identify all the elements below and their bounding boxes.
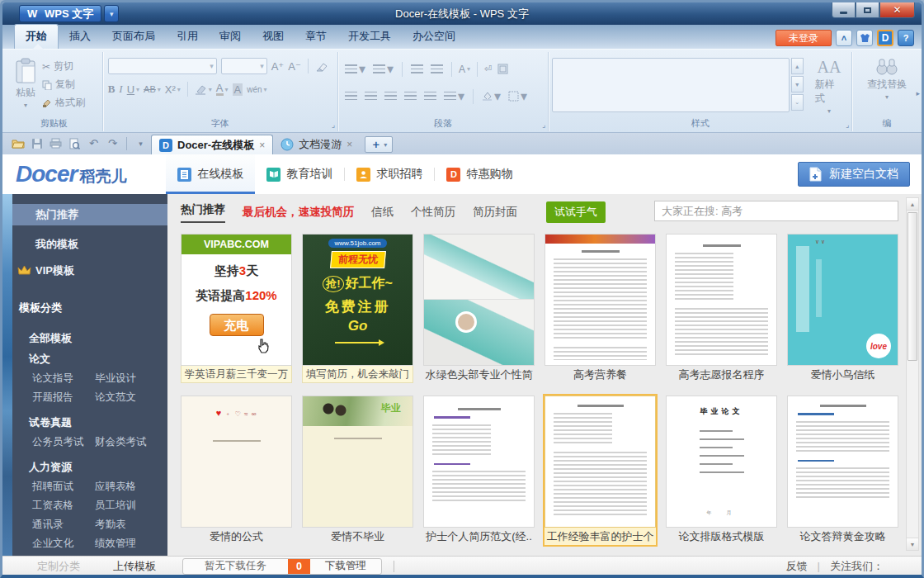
template-caption[interactable]: 护士个人简历范文(经..	[423, 528, 535, 545]
sidebar-item-hot[interactable]: 热门推荐	[12, 204, 167, 225]
sidebar-link-staff-training[interactable]: 员工培训	[95, 496, 158, 515]
sidebar-item-thesis[interactable]: 论文	[12, 348, 167, 369]
sidebar-item-all-templates[interactable]: 全部模板	[12, 328, 167, 348]
scrollbar-thumb[interactable]	[908, 212, 917, 361]
print-button[interactable]	[49, 136, 63, 150]
underline-button[interactable]: U▾	[127, 83, 139, 96]
distribute-button[interactable]	[422, 90, 438, 102]
shrink-font-button[interactable]: A⁻	[288, 60, 301, 73]
sidebar-link-finance-exam[interactable]: 财会类考试	[95, 433, 158, 452]
gallery-scroll-down-icon[interactable]: ▼	[791, 76, 804, 92]
template-card[interactable]: ᵛᵛ love 爱情小鸟信纸	[787, 234, 898, 383]
feedback-link[interactable]: 反馈	[786, 559, 808, 574]
custom-category-button[interactable]: 定制分类	[37, 559, 80, 574]
open-file-button[interactable]	[11, 136, 25, 150]
justify-button[interactable]	[403, 90, 418, 102]
sidebar-link-corporate-culture[interactable]: 企业文化	[32, 534, 95, 553]
template-thumbnail[interactable]	[787, 396, 898, 528]
paragraph-dialog-launcher-icon[interactable]: ⌟	[542, 121, 545, 129]
upload-template-button[interactable]: 上传模板	[113, 559, 156, 574]
nav-online-templates[interactable]: 在线模板	[166, 154, 255, 194]
template-thumbnail[interactable]: ᵛᵛ love	[787, 234, 898, 366]
collapse-ribbon-icon[interactable]: ˄	[836, 30, 852, 46]
lucky-button[interactable]: 试试手气	[546, 201, 606, 223]
gallery-scroll-up-icon[interactable]: ▲	[791, 58, 804, 74]
sidebar-item-my-templates[interactable]: 我的模板	[12, 234, 167, 255]
print-preview-button[interactable]	[68, 136, 82, 150]
sidebar-link-thesis-samples[interactable]: 论文范文	[95, 388, 158, 407]
decrease-indent-button[interactable]	[409, 63, 425, 75]
template-caption[interactable]: 填写简历，机会来敲门	[302, 366, 413, 383]
skin-icon[interactable]	[856, 30, 873, 46]
borders-button[interactable]: ▾	[507, 87, 529, 106]
ribbon-tab-review[interactable]: 审阅	[209, 25, 252, 49]
pinyin-button[interactable]: wén▾	[247, 85, 266, 94]
sidebar-link-application-forms[interactable]: 应聘表格	[95, 477, 158, 496]
template-card[interactable]: 高考志愿报名程序	[666, 234, 777, 383]
sidebar-link-thesis-guidance[interactable]: 论文指导	[32, 369, 95, 388]
doc-tab-close-icon[interactable]: ×	[259, 140, 265, 151]
template-thumbnail[interactable]: ♥ ﹢ ♡ ≈ ∞	[181, 396, 292, 528]
nav-education[interactable]: 教育培训	[255, 154, 344, 194]
sidebar-item-hr[interactable]: 人力资源	[12, 457, 167, 477]
sidebar-link-graduation-design[interactable]: 毕业设计	[95, 369, 158, 388]
maximize-button[interactable]	[856, 2, 879, 18]
ribbon-tab-section[interactable]: 章节	[295, 25, 337, 49]
template-card[interactable]: ♥ ﹢ ♡ ≈ ∞ 爱情的公式	[181, 396, 292, 545]
cut-button[interactable]: ✂ 剪切	[42, 59, 85, 73]
template-card[interactable]: www.51job.com 前程无忧 抢!好工作~ 免费注册 Go 填写简历，机…	[302, 234, 413, 383]
template-caption[interactable]: 论文排版格式模版	[666, 528, 777, 545]
sidebar-link-salary-forms[interactable]: 工资表格	[32, 496, 95, 515]
vertical-scrollbar[interactable]: ▲ ▼	[906, 197, 919, 551]
template-caption[interactable]: 爱情的公式	[181, 528, 292, 545]
sidebar-link-contacts[interactable]: 通讯录	[32, 515, 95, 534]
template-card-highlighted[interactable]: 工作经验丰富的护士个	[544, 396, 656, 545]
template-thumbnail[interactable]	[544, 396, 656, 528]
sidebar-link-proposal-report[interactable]: 开题报告	[32, 388, 95, 407]
subtab-personal-resume[interactable]: 个性简历	[411, 205, 455, 220]
new-tab-button[interactable]: ＋ ▾	[365, 136, 393, 153]
sidebar-link-civil-service-exam[interactable]: 公务员考试	[32, 433, 95, 452]
template-caption[interactable]: 爱情小鸟信纸	[787, 366, 898, 383]
template-thumbnail[interactable]	[423, 396, 535, 528]
ribbon-tab-view[interactable]: 视图	[252, 25, 295, 49]
template-thumbnail[interactable]	[666, 234, 777, 366]
new-style-button[interactable]: AA 新样式 ▾	[810, 54, 848, 119]
font-name-select[interactable]: ▾	[108, 58, 217, 74]
align-center-button[interactable]	[363, 90, 379, 102]
paste-button[interactable]: 粘贴 ▾	[9, 54, 42, 119]
51job-ad-thumbnail[interactable]: www.51job.com 前程无忧 抢!好工作~ 免费注册 Go	[302, 234, 413, 366]
clear-format-button[interactable]	[315, 61, 328, 72]
charge-button[interactable]: 充电	[210, 314, 264, 336]
ribbon-tab-insert[interactable]: 插入	[59, 25, 101, 49]
font-dialog-launcher-icon[interactable]: ⌟	[332, 121, 335, 129]
numbered-list-button[interactable]: ▾	[371, 59, 395, 78]
minimize-button[interactable]	[832, 2, 856, 18]
italic-button[interactable]: I	[119, 83, 122, 96]
font-size-select[interactable]: ▾	[221, 58, 267, 74]
template-thumbnail[interactable]	[544, 234, 656, 366]
bullet-list-button[interactable]: ▾	[343, 59, 367, 78]
increase-indent-button[interactable]	[429, 63, 445, 75]
template-caption[interactable]: 工作经验丰富的护士个	[544, 528, 656, 545]
template-card[interactable]: 高考营养餐	[544, 234, 656, 383]
template-thumbnail[interactable]: 毕业	[302, 396, 413, 528]
login-button[interactable]: 未登录	[776, 30, 832, 46]
template-card[interactable]: 水绿色头部专业个性简	[423, 234, 535, 383]
edit-expand-icon[interactable]: ▸	[916, 89, 920, 97]
new-blank-doc-button[interactable]: 新建空白文档	[798, 162, 910, 187]
sidebar-link-performance[interactable]: 绩效管理	[95, 534, 158, 553]
template-card[interactable]: 毕业 爱情不毕业	[302, 396, 413, 545]
find-replace-button[interactable]: 查找替换 ▾	[856, 54, 918, 119]
download-manager-button[interactable]: 下载管理	[310, 559, 381, 574]
sidebar-link-attendance[interactable]: 考勤表	[95, 515, 158, 534]
doc-tab-docer[interactable]: D Docer-在线模板 ×	[151, 135, 273, 154]
vipabc-ad-thumbnail[interactable]: VIPABC.COM 坚持3天 英语提高120% 充电	[181, 234, 292, 366]
doc-tab-close-icon[interactable]: ×	[346, 139, 352, 150]
docer-panel-icon[interactable]: D	[877, 30, 893, 46]
sidebar-item-vip[interactable]: VIP模板	[12, 260, 167, 282]
sidebar-item-exams[interactable]: 试卷真题	[12, 412, 167, 433]
ribbon-tab-workspace[interactable]: 办公空间	[402, 25, 466, 49]
template-caption[interactable]: 论文答辩黄金攻略	[787, 528, 898, 545]
subtab-letter-paper[interactable]: 信纸	[371, 205, 394, 220]
